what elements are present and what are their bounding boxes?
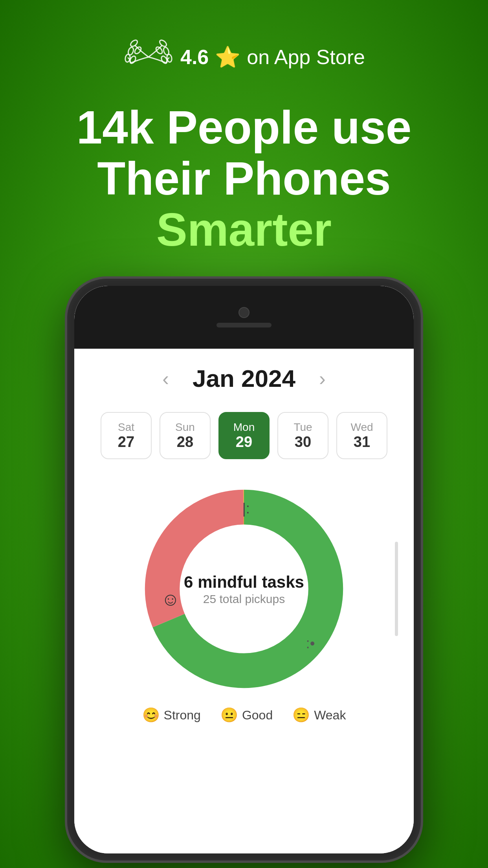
header: 4.6 ⭐ on App Store 14k People use Their … (0, 0, 488, 255)
day-num-sun: 28 (177, 434, 193, 451)
mindful-tasks-label: 6 mindful tasks (184, 572, 304, 592)
day-item-wed[interactable]: Wed 31 (336, 412, 387, 459)
svg-text::•: :• (306, 635, 315, 651)
day-selector: Sat 27 Sun 28 Mon 29 Tue 30 Wed 31 (86, 412, 402, 459)
day-name-wed: Wed (350, 421, 373, 434)
svg-point-0 (129, 39, 138, 48)
svg-point-1 (134, 46, 142, 55)
svg-text:|:: |: (242, 500, 250, 517)
donut-center-text: 6 mindful tasks 25 total pickups (184, 572, 304, 605)
chart-legend: 😊 Strong 😐 Good 😑 Weak (86, 707, 402, 731)
legend-item-strong: 😊 Strong (142, 707, 201, 723)
day-num-mon: 29 (236, 434, 252, 451)
next-month-button[interactable]: › (319, 367, 326, 390)
scroll-indicator (395, 542, 398, 636)
day-item-sat[interactable]: Sat 27 (101, 412, 152, 459)
headline-line1: 14k People use (77, 101, 412, 153)
prev-month-button[interactable]: ‹ (162, 367, 169, 390)
phone-inner: ‹ Jan 2024 › Sat 27 Sun 28 Mon 29 (74, 286, 414, 853)
app-content: ‹ Jan 2024 › Sat 27 Sun 28 Mon 29 (74, 349, 414, 853)
svg-point-5 (158, 39, 167, 48)
legend-item-good: 😐 Good (220, 707, 273, 723)
good-emoji: 😐 (220, 707, 238, 723)
legend-item-weak: 😑 Weak (292, 707, 346, 723)
day-name-sun: Sun (175, 421, 195, 434)
laurel-icon (123, 31, 174, 83)
headline-accent: Smarter (77, 204, 412, 256)
headline-line2: Their Phones (97, 153, 391, 204)
weak-label: Weak (314, 708, 346, 723)
day-item-mon-active[interactable]: Mon 29 (218, 412, 270, 459)
day-name-sat: Sat (118, 421, 134, 434)
rating-value: 4.6 (180, 45, 209, 69)
day-num-sat: 27 (118, 434, 134, 451)
day-num-wed: 31 (354, 434, 370, 451)
total-pickups-label: 25 total pickups (184, 592, 304, 606)
speaker-grille (216, 323, 272, 327)
day-name-tue: Tue (294, 421, 312, 434)
star-icon: ⭐ (215, 45, 240, 69)
phone-mockup: ‹ Jan 2024 › Sat 27 Sun 28 Mon 29 (67, 279, 421, 861)
strong-emoji: 😊 (142, 707, 160, 723)
rating-row: 4.6 ⭐ on App Store (123, 31, 365, 83)
day-item-sun[interactable]: Sun 28 (160, 412, 211, 459)
phone-top-bar (74, 286, 414, 349)
chart-container: |: ☺ :• 6 mindful tasks 25 total pickups (86, 479, 402, 699)
day-item-tue[interactable]: Tue 30 (277, 412, 328, 459)
month-title: Jan 2024 (193, 364, 295, 392)
strong-label: Strong (164, 708, 201, 723)
weak-emoji: 😑 (292, 707, 310, 723)
front-camera (238, 307, 250, 318)
good-label: Good (242, 708, 273, 723)
svg-point-6 (155, 46, 163, 55)
day-num-tue: 30 (295, 434, 311, 451)
svg-text:☺: ☺ (161, 589, 180, 609)
day-name-mon: Mon (233, 421, 255, 434)
headline: 14k People use Their Phones Smarter (61, 102, 427, 255)
app-store-text: on App Store (247, 45, 365, 69)
month-nav: ‹ Jan 2024 › (86, 364, 402, 392)
